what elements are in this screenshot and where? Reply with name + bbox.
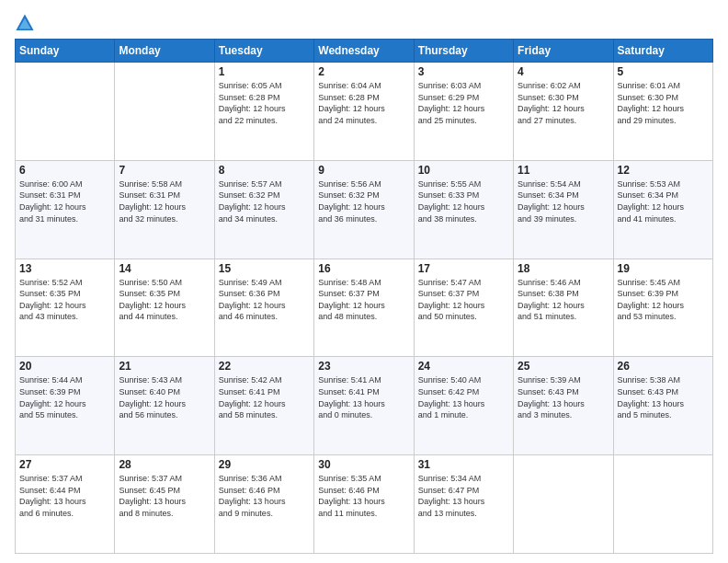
day-info: Sunrise: 5:46 AMSunset: 6:38 PMDaylight:… [518,277,609,323]
day-info-line: Sunset: 6:29 PM [418,93,480,102]
day-info-line: and 5 minutes. [618,410,672,419]
day-info-line: Sunrise: 5:55 AM [418,179,482,189]
day-info-line: Sunset: 6:43 PM [618,387,679,396]
day-info-line: Sunset: 6:28 PM [318,93,380,102]
calendar-empty-cell [16,63,115,161]
day-info-line: Daylight: 12 hours [518,301,585,310]
day-info-line: Sunset: 6:37 PM [418,289,480,298]
day-info: Sunrise: 5:44 AMSunset: 6:39 PMDaylight:… [19,374,110,420]
day-info-line: Sunset: 6:33 PM [418,190,480,200]
day-info-line: and 27 minutes. [518,116,576,125]
day-info-line: and 38 minutes. [418,214,477,224]
day-info-line: Daylight: 12 hours [618,202,685,212]
day-info: Sunrise: 5:43 AMSunset: 6:40 PMDaylight:… [119,374,210,420]
calendar-day-29: 29Sunrise: 5:36 AMSunset: 6:46 PMDayligh… [214,455,313,554]
day-info-line: Sunset: 6:40 PM [119,387,180,396]
day-number: 23 [318,360,409,373]
day-number: 12 [618,164,709,177]
day-info-line: Sunset: 6:47 PM [418,486,480,495]
day-info-line: Daylight: 12 hours [119,301,186,310]
day-info-line: Sunrise: 5:44 AM [19,375,83,385]
day-info-line: Sunset: 6:41 PM [318,387,380,396]
day-info-line: Daylight: 12 hours [119,202,186,212]
day-info-line: Sunrise: 5:37 AM [119,474,182,483]
day-info-line: Sunset: 6:39 PM [19,387,81,396]
day-info-line: and 22 minutes. [219,116,278,125]
header [15,9,713,33]
day-info-line: Sunrise: 5:47 AM [418,278,482,287]
day-info-line: Daylight: 12 hours [418,104,485,113]
header-day-wednesday: Wednesday [314,40,414,63]
day-info-line: Sunset: 6:37 PM [318,289,380,298]
header-day-saturday: Saturday [613,40,712,63]
day-info-line: and 36 minutes. [318,214,377,224]
day-info-line: and 32 minutes. [119,214,177,224]
day-number: 7 [119,164,210,177]
day-info-line: Sunrise: 6:01 AM [618,81,681,90]
day-info-line: Sunrise: 5:39 AM [518,375,581,385]
day-number: 11 [518,164,609,177]
day-number: 24 [418,360,509,373]
day-info-line: and 13 minutes. [418,509,477,518]
day-info: Sunrise: 5:57 AMSunset: 6:32 PMDaylight:… [219,178,310,224]
calendar-empty-cell [514,455,613,554]
day-info-line: Sunset: 6:32 PM [318,190,380,200]
day-info-line: Sunset: 6:43 PM [518,387,579,396]
day-info-line: and 8 minutes. [119,509,173,518]
day-info-line: Sunset: 6:45 PM [119,486,180,495]
day-info-line: Daylight: 12 hours [518,202,585,212]
page: SundayMondayTuesdayWednesdayThursdayFrid… [0,0,728,563]
calendar-day-13: 13Sunrise: 5:52 AMSunset: 6:35 PMDayligh… [16,259,115,357]
day-info: Sunrise: 5:34 AMSunset: 6:47 PMDaylight:… [418,473,509,519]
calendar-empty-cell [115,63,214,161]
day-info-line: Sunrise: 6:02 AM [518,81,581,90]
day-info-line: Sunset: 6:28 PM [219,93,280,102]
calendar-day-8: 8Sunrise: 5:57 AMSunset: 6:32 PMDaylight… [214,160,313,259]
calendar-day-31: 31Sunrise: 5:34 AMSunset: 6:47 PMDayligh… [414,455,513,554]
calendar-day-7: 7Sunrise: 5:58 AMSunset: 6:31 PMDaylight… [115,160,214,259]
day-info: Sunrise: 5:49 AMSunset: 6:36 PMDaylight:… [219,277,310,323]
day-info-line: Sunrise: 5:36 AM [219,474,282,483]
calendar-day-23: 23Sunrise: 5:41 AMSunset: 6:41 PMDayligh… [314,357,414,455]
day-info: Sunrise: 5:47 AMSunset: 6:37 PMDaylight:… [418,277,509,323]
calendar-day-12: 12Sunrise: 5:53 AMSunset: 6:34 PMDayligh… [613,160,712,259]
day-number: 2 [318,65,409,78]
day-info-line: and 29 minutes. [618,116,677,125]
day-info-line: Daylight: 12 hours [418,202,485,212]
day-info: Sunrise: 5:41 AMSunset: 6:41 PMDaylight:… [318,374,409,420]
day-info-line: Sunrise: 5:56 AM [318,179,381,189]
day-info-line: Sunrise: 5:40 AM [418,375,482,385]
day-info: Sunrise: 6:03 AMSunset: 6:29 PMDaylight:… [418,80,509,126]
calendar-day-14: 14Sunrise: 5:50 AMSunset: 6:35 PMDayligh… [115,259,214,357]
header-day-friday: Friday [514,40,613,63]
day-number: 3 [418,65,509,78]
day-info-line: and 50 minutes. [418,312,477,321]
day-number: 28 [119,458,210,471]
day-number: 22 [219,360,310,373]
day-number: 17 [418,262,509,275]
day-number: 30 [318,458,409,471]
day-info-line: Sunrise: 5:53 AM [618,179,681,189]
day-info-line: Sunset: 6:35 PM [19,289,81,298]
calendar-day-6: 6Sunrise: 6:00 AMSunset: 6:31 PMDaylight… [16,160,115,259]
day-number: 13 [19,262,110,275]
day-info-line: and 6 minutes. [19,509,74,518]
day-info-line: Sunset: 6:34 PM [618,190,679,200]
calendar-day-24: 24Sunrise: 5:40 AMSunset: 6:42 PMDayligh… [414,357,513,455]
day-info-line: Sunrise: 6:04 AM [318,81,381,90]
day-info-line: and 31 minutes. [19,214,78,224]
calendar-day-22: 22Sunrise: 5:42 AMSunset: 6:41 PMDayligh… [214,357,313,455]
calendar-day-17: 17Sunrise: 5:47 AMSunset: 6:37 PMDayligh… [414,259,513,357]
day-info-line: Sunrise: 6:05 AM [219,81,282,90]
day-info-line: Daylight: 13 hours [618,399,685,408]
day-info-line: Sunset: 6:39 PM [618,289,679,298]
day-info-line: Daylight: 12 hours [219,202,286,212]
day-info: Sunrise: 5:55 AMSunset: 6:33 PMDaylight:… [418,178,509,224]
day-info-line: Sunrise: 5:46 AM [518,278,581,287]
day-info-line: and 51 minutes. [518,312,576,321]
calendar-week-row: 13Sunrise: 5:52 AMSunset: 6:35 PMDayligh… [16,259,713,357]
day-info: Sunrise: 5:45 AMSunset: 6:39 PMDaylight:… [618,277,709,323]
calendar-day-10: 10Sunrise: 5:55 AMSunset: 6:33 PMDayligh… [414,160,513,259]
day-info-line: Daylight: 12 hours [219,301,286,310]
day-info: Sunrise: 6:01 AMSunset: 6:30 PMDaylight:… [618,80,709,126]
